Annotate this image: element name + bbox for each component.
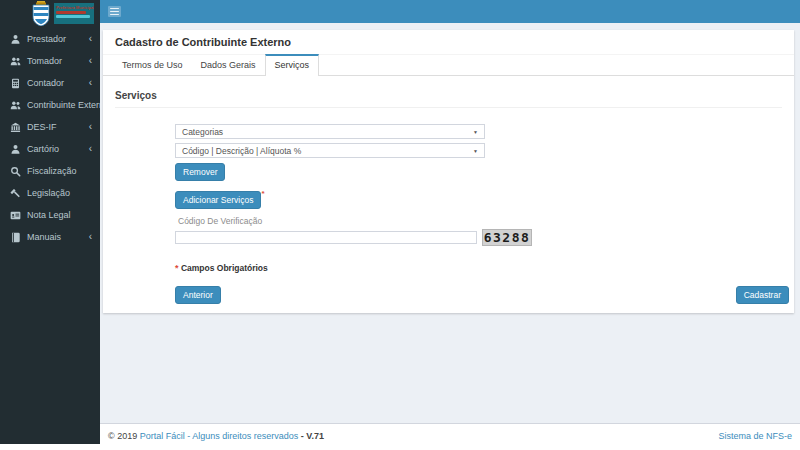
- copyright-text: © 2019: [108, 431, 140, 441]
- chevron-left-icon: ‹: [89, 78, 92, 88]
- footer-left: © 2019 Portal Fácil - Alguns direitos re…: [108, 431, 324, 441]
- services-form: Categorias ▼ Código | Descrição | Alíquo…: [175, 124, 794, 273]
- captcha-image: 63288: [482, 229, 532, 246]
- sidebar-item-des-if[interactable]: DES-IF ‹: [0, 116, 100, 138]
- chevron-down-icon: ▼: [473, 129, 478, 135]
- verification-code-label: Código De Verificação: [175, 216, 794, 226]
- sidebar: Prefeitura Municipal Prestador ‹ Tomador…: [0, 0, 100, 444]
- registration-panel: Cadastro de Contribuinte Externo Termos …: [103, 30, 794, 313]
- sidebar-item-prestador[interactable]: Prestador ‹: [0, 28, 100, 50]
- top-navbar: [100, 0, 800, 23]
- page-title: Cadastro de Contribuinte Externo: [103, 30, 794, 55]
- logo-text-line: [56, 15, 90, 18]
- previous-button[interactable]: Anterior: [175, 286, 221, 304]
- sidebar-item-label: Manuais: [27, 232, 61, 242]
- add-services-button[interactable]: Adicionar Serviços: [175, 191, 261, 209]
- verification-input[interactable]: [175, 231, 477, 244]
- user-icon: [10, 33, 22, 45]
- tab-termos-de-uso[interactable]: Termos de Uso: [113, 54, 192, 75]
- version-text: - V.71: [298, 431, 324, 441]
- tab-servicos[interactable]: Serviços: [265, 54, 320, 76]
- book-icon: [10, 231, 22, 243]
- chevron-left-icon: ‹: [89, 34, 92, 44]
- page-footer: © 2019 Portal Fácil - Alguns direitos re…: [100, 423, 800, 450]
- sidebar-item-label: Nota Legal: [27, 210, 71, 220]
- verification-row: 63288: [175, 229, 794, 246]
- bank-icon: [10, 121, 22, 133]
- sidebar-item-tomador[interactable]: Tomador ‹: [0, 50, 100, 72]
- sidebar-item-label: Tomador: [27, 56, 62, 66]
- sidebar-item-label: Contribuinte Externo: [27, 100, 109, 110]
- sidebar-item-cartorio[interactable]: Cartório ‹: [0, 138, 100, 160]
- users-icon: [10, 55, 22, 67]
- sidebar-item-label: Prestador: [27, 34, 66, 44]
- section-title: Serviços: [115, 90, 782, 108]
- sidebar-item-manuais[interactable]: Manuais ‹: [0, 226, 100, 248]
- search-icon: [10, 165, 22, 177]
- coat-of-arms-icon: [30, 1, 52, 26]
- logo-text-block: Prefeitura Municipal: [54, 3, 94, 24]
- hamburger-menu-icon[interactable]: [108, 6, 121, 17]
- categories-select-value: Categorias: [182, 127, 223, 137]
- logo-org-name: Prefeitura Municipal: [56, 5, 92, 10]
- required-fields-text: Campos Obrigatórios: [179, 263, 268, 273]
- sidebar-item-label: Fiscalização: [27, 166, 77, 176]
- user-icon: [10, 143, 22, 155]
- add-services-row: Adicionar Serviços*: [175, 189, 794, 209]
- sidebar-item-legislacao[interactable]: Legislação: [0, 182, 100, 204]
- sidebar-item-label: Legislação: [27, 188, 70, 198]
- tab-bar: Termos de Uso Dados Gerais Serviços: [103, 55, 794, 76]
- chevron-left-icon: ‹: [89, 144, 92, 154]
- sidebar-item-label: Cartório: [27, 144, 59, 154]
- chevron-down-icon: ▼: [473, 148, 478, 154]
- sidebar-item-contribuinte-externo[interactable]: Contribuinte Externo ‹: [0, 94, 100, 116]
- tab-dados-gerais[interactable]: Dados Gerais: [192, 54, 265, 75]
- portal-facil-link[interactable]: Portal Fácil - Alguns direitos reservado…: [140, 431, 299, 441]
- sidebar-item-contador[interactable]: Contador ‹: [0, 72, 100, 94]
- logo-text-line: [56, 11, 86, 14]
- required-fields-note: * Campos Obrigatórios: [175, 263, 794, 273]
- categories-select[interactable]: Categorias ▼: [175, 124, 485, 139]
- app-logo[interactable]: Prefeitura Municipal: [0, 0, 100, 26]
- content-area: Cadastro de Contribuinte Externo Termos …: [100, 23, 800, 423]
- sidebar-menu: Prestador ‹ Tomador ‹ Contador ‹ Contrib…: [0, 28, 100, 248]
- chevron-left-icon: ‹: [89, 232, 92, 242]
- remove-button[interactable]: Remover: [175, 163, 225, 181]
- sidebar-item-fiscalizacao[interactable]: Fiscalização: [0, 160, 100, 182]
- gavel-icon: [10, 187, 22, 199]
- chevron-left-icon: ‹: [89, 56, 92, 66]
- users-icon: [10, 99, 22, 111]
- services-select[interactable]: Código | Descrição | Alíquota % ▼: [175, 143, 485, 158]
- id-card-icon: [10, 209, 22, 221]
- required-asterisk: *: [261, 189, 264, 198]
- sidebar-item-label: DES-IF: [27, 122, 57, 132]
- calculator-icon: [10, 77, 22, 89]
- sidebar-item-nota-legal[interactable]: Nota Legal: [0, 204, 100, 226]
- services-select-value: Código | Descrição | Alíquota %: [182, 146, 301, 156]
- sidebar-item-label: Contador: [27, 78, 64, 88]
- submit-button[interactable]: Cadastrar: [736, 286, 789, 304]
- chevron-left-icon: ‹: [89, 122, 92, 132]
- system-nfse-link[interactable]: Sistema de NFS-e: [718, 431, 792, 441]
